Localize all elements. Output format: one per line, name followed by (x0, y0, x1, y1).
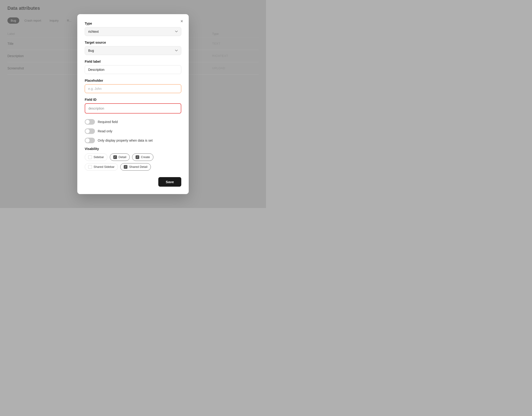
checkbox-shared-sidebar-box (88, 165, 92, 169)
display-when-set-label: Only display property when data is set (98, 139, 153, 142)
visibility-row-2: Shared Sidebar ✓ Shared Detail (85, 163, 181, 171)
read-only-toggle-row: Read only (85, 128, 181, 134)
type-group: Type richtext text upload (85, 22, 181, 36)
placeholder-label: Placeholder (85, 79, 181, 82)
type-select[interactable]: richtext text upload (85, 27, 181, 36)
field-id-input[interactable] (86, 104, 180, 113)
checkbox-sidebar[interactable]: Sidebar (85, 153, 107, 161)
checkbox-create-box: ✓ (135, 155, 139, 159)
field-label-label: Field label (85, 60, 181, 63)
checkbox-create[interactable]: ✓ Create (132, 153, 153, 161)
toggle-knob (86, 120, 90, 124)
placeholder-input[interactable] (85, 84, 181, 93)
field-label-input[interactable] (85, 65, 181, 74)
toggle-knob (86, 129, 90, 133)
checkbox-create-label: Create (141, 155, 150, 159)
checkmark-icon: ✓ (125, 166, 127, 168)
checkbox-shared-detail-box: ✓ (124, 165, 127, 169)
required-field-toggle[interactable] (85, 119, 95, 125)
checkbox-sidebar-box (88, 155, 92, 159)
checkmark-icon: ✓ (114, 156, 116, 158)
checkbox-shared-detail[interactable]: ✓ Shared Detail (120, 163, 151, 171)
checkbox-sidebar-label: Sidebar (94, 155, 104, 159)
close-button[interactable]: × (180, 18, 184, 24)
target-source-group: Target source Bug Crash report Inquiry (85, 41, 181, 55)
field-id-label: Field ID (85, 98, 181, 102)
field-id-group: Field ID (85, 98, 181, 113)
type-label: Type (85, 22, 181, 25)
target-source-label: Target source (85, 41, 181, 44)
checkbox-detail[interactable]: ✓ Detail (110, 153, 130, 161)
target-source-select[interactable]: Bug Crash report Inquiry (85, 46, 181, 55)
modal-footer: Save (85, 177, 181, 187)
display-when-set-toggle[interactable] (85, 138, 95, 143)
required-field-toggle-row: Required field (85, 119, 181, 125)
visibility-section: Visability Sidebar ✓ Detail ✓ (85, 147, 181, 171)
placeholder-group: Placeholder (85, 79, 181, 93)
toggle-knob (86, 138, 90, 142)
save-button[interactable]: Save (158, 177, 181, 187)
visibility-row-1: Sidebar ✓ Detail ✓ Create (85, 153, 181, 161)
checkmark-icon: ✓ (136, 156, 139, 158)
modal-overlay: × Type richtext text upload Target sourc… (0, 0, 266, 208)
read-only-toggle[interactable] (85, 128, 95, 134)
checkbox-detail-box: ✓ (113, 155, 117, 159)
modal-dialog: × Type richtext text upload Target sourc… (77, 14, 189, 194)
field-id-wrapper (85, 103, 181, 113)
display-when-set-toggle-row: Only display property when data is set (85, 138, 181, 143)
checkbox-shared-sidebar-label: Shared Sidebar (94, 165, 114, 169)
checkbox-shared-sidebar[interactable]: Shared Sidebar (85, 163, 118, 171)
checkbox-detail-label: Detail (119, 155, 126, 159)
visibility-title: Visability (85, 147, 181, 151)
required-field-label: Required field (98, 120, 118, 124)
checkbox-shared-detail-label: Shared Detail (129, 165, 147, 169)
read-only-label: Read only (98, 129, 112, 133)
field-label-group: Field label (85, 60, 181, 74)
